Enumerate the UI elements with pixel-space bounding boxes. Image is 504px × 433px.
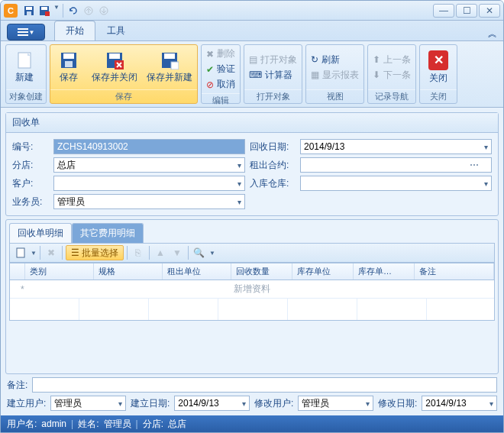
label-mod-user: 修改用户:	[254, 397, 293, 410]
tb-down-icon: ▼	[170, 245, 185, 260]
menu-icon	[18, 28, 28, 36]
col-spec[interactable]: 规格	[94, 263, 163, 280]
down-arrow-icon: ⬇	[373, 69, 380, 80]
qat-save-close-icon[interactable]	[37, 4, 51, 18]
save-label: 保存	[60, 71, 78, 84]
input-date[interactable]	[304, 141, 488, 152]
label-create-date: 建立日期:	[131, 397, 170, 410]
col-qty-stock[interactable]: 库存单…	[354, 263, 415, 280]
qat-save-icon[interactable]	[22, 4, 36, 18]
input-contract[interactable]	[304, 160, 488, 170]
refresh-icon: ↻	[311, 54, 318, 65]
qat-dropdown-icon[interactable]: ▼	[53, 4, 60, 18]
status-user: admin	[41, 418, 66, 429]
field-mod-date[interactable]	[422, 396, 497, 411]
group-save: 保存 保存并关闭 保存并新建 保存	[50, 44, 198, 104]
input-no[interactable]	[57, 141, 241, 152]
calculator-icon: ⌨	[249, 69, 262, 80]
save-close-button[interactable]: 保存并关闭	[87, 45, 142, 89]
cancel-icon: ⊘	[206, 79, 214, 90]
titlebar: C ▼ — ☐ ✕	[1, 1, 503, 21]
new-label: 新建	[15, 71, 34, 84]
prev-record-button: ⬆上一条	[371, 53, 412, 67]
open-icon: ▤	[249, 54, 257, 65]
tb-new-icon[interactable]	[13, 245, 28, 260]
col-remark[interactable]: 备注	[415, 263, 494, 280]
app-icon[interactable]: C	[4, 4, 18, 18]
input-create-user[interactable]	[54, 398, 122, 409]
group-view: ↻刷新 ▦显示报表 视图	[305, 44, 364, 104]
up-arrow-icon: ⬆	[373, 54, 380, 65]
calculator-button[interactable]: ⌨计算器	[247, 68, 299, 82]
field-create-user[interactable]	[50, 396, 126, 411]
save-new-button[interactable]: 保存并新建	[142, 45, 197, 89]
subtab-detail[interactable]: 回收单明细	[9, 223, 72, 243]
grid-new-row[interactable]: * 新增资料	[10, 280, 494, 299]
form-panel: 回收单 编号: 回收日期: 分店: 租出合约: 客户: 入库仓库: 业务员:	[5, 112, 499, 216]
field-create-date[interactable]	[174, 396, 250, 411]
grid-body[interactable]	[10, 299, 494, 320]
batch-select-button[interactable]: ☰批量选择	[66, 245, 124, 260]
col-category[interactable]: 类别	[25, 263, 94, 280]
label-contract: 租出合约:	[250, 159, 296, 172]
input-mod-user[interactable]	[302, 398, 370, 409]
window-close-button[interactable]: ✕	[479, 4, 500, 18]
field-no[interactable]	[53, 139, 245, 154]
cancel-button[interactable]: ⊘取消	[205, 77, 237, 92]
input-branch[interactable]	[57, 160, 241, 170]
label-branch: 分店:	[12, 159, 49, 172]
label-customer: 客户:	[12, 177, 49, 190]
open-object-button: ▤打开对象	[247, 53, 299, 67]
group-edit-label: 编辑	[202, 93, 240, 107]
field-warehouse[interactable]	[300, 176, 492, 191]
group-close: ✕ 关闭 关闭	[419, 44, 457, 104]
tb-search-icon[interactable]: 🔍	[192, 245, 207, 260]
field-sales[interactable]	[53, 194, 245, 209]
close-button[interactable]: ✕ 关闭	[420, 45, 457, 89]
input-create-date[interactable]	[178, 398, 246, 409]
new-row-label: 新增资料	[234, 283, 270, 296]
input-mod-date[interactable]	[425, 398, 493, 409]
group-create-label: 对象创建	[6, 89, 46, 103]
detail-grid[interactable]: 类别 规格 租出单位 回收数量 库存单位 库存单… 备注 * 新增资料	[9, 263, 495, 321]
col-unit-out[interactable]: 租出单位	[163, 263, 231, 280]
tab-start[interactable]: 开始	[54, 21, 95, 40]
save-close-icon	[105, 51, 124, 69]
group-nav: ⬆上一条 ⬇下一条 记录导航	[367, 44, 416, 104]
content-area: 回收单 编号: 回收日期: 分店: 租出合约: 客户: 入库仓库: 业务员:	[1, 108, 503, 415]
field-date[interactable]	[300, 139, 492, 154]
audit-row: 建立用户: 建立日期: 修改用户: 修改日期:	[5, 396, 499, 411]
group-view-label: 视图	[306, 89, 363, 103]
status-name: 管理员	[104, 418, 131, 431]
grid-header: 类别 规格 租出单位 回收数量 库存单位 库存单… 备注	[10, 263, 494, 280]
svg-rect-10	[63, 53, 74, 59]
col-qty[interactable]: 回收数量	[231, 263, 292, 280]
status-user-label: 用户名:	[7, 418, 37, 431]
input-sales[interactable]	[57, 196, 241, 207]
input-remark[interactable]	[36, 380, 493, 390]
input-customer[interactable]	[57, 178, 241, 189]
maximize-button[interactable]: ☐	[456, 4, 477, 18]
qat-redo-icon[interactable]	[66, 4, 80, 18]
field-customer[interactable]	[53, 176, 245, 191]
ribbon-collapse-icon[interactable]: ︽	[488, 27, 497, 40]
input-warehouse[interactable]	[304, 178, 488, 189]
close-icon: ✕	[428, 50, 448, 70]
new-button[interactable]: 新建	[6, 45, 43, 89]
field-branch[interactable]	[53, 157, 245, 173]
subtab-other[interactable]: 其它费用明细	[72, 223, 144, 243]
save-button[interactable]: 保存	[50, 45, 87, 89]
field-contract[interactable]	[300, 157, 492, 173]
save-new-label: 保存并新建	[147, 71, 192, 84]
validate-button[interactable]: ✔验证	[205, 62, 237, 76]
group-save-label: 保存	[50, 89, 197, 103]
tab-tools[interactable]: 工具	[95, 21, 137, 40]
minimize-button[interactable]: —	[433, 4, 454, 18]
app-window: C ▼ — ☐ ✕ ▼ 开始 工具 ︽ 新建	[0, 0, 504, 433]
svg-rect-1	[26, 7, 32, 10]
refresh-button[interactable]: ↻刷新	[309, 53, 360, 67]
col-unit-stock[interactable]: 库存单位	[292, 263, 354, 280]
field-remark[interactable]	[32, 377, 497, 393]
file-menu-button[interactable]: ▼	[7, 24, 45, 40]
field-mod-user[interactable]	[298, 396, 373, 411]
